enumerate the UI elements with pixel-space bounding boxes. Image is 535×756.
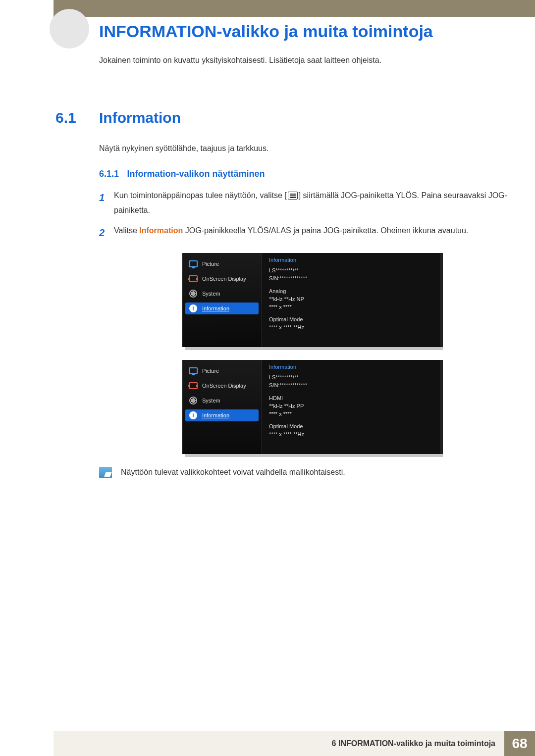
osd-optimal-value: **** x **** **Hz [269, 324, 433, 332]
osd-optimal-label: Optimal Mode [269, 423, 433, 431]
note-icon [99, 467, 112, 478]
step-2: 2 Valitse Information JOG-painikkeella Y… [99, 223, 515, 242]
note-row: Näyttöön tulevat valikkokohteet voivat v… [99, 467, 515, 478]
osd-model: LS********/** [269, 374, 433, 382]
osd-menu: Picture OnScreen Display System i Inform… [182, 253, 262, 347]
step-1-number: 1 [99, 188, 114, 218]
footer-chapter-label: 6 INFORMATION-valikko ja muita toimintoj… [332, 739, 495, 748]
osd-menu-label: OnScreen Display [202, 383, 246, 389]
osd-optimal-label: Optimal Mode [269, 316, 433, 324]
osd-menu-item-information: i Information [185, 302, 259, 314]
osd-source: HDMI [269, 395, 433, 403]
step-2-text-a: Valitse [114, 226, 139, 235]
osd-menu-label: System [202, 291, 220, 297]
gear-icon [188, 397, 198, 404]
osd-menu-item-system: System [185, 288, 259, 300]
header-bar [54, 0, 535, 17]
osd-screenshots: Picture OnScreen Display System i Inform… [182, 253, 515, 454]
menu-icon [288, 192, 298, 200]
step-2-text: Valitse Information JOG-painikkeella YLÖ… [114, 223, 468, 242]
gear-icon [188, 290, 198, 298]
subsection-number: 6.1.1 [99, 169, 119, 179]
osd-menu-label: Picture [202, 368, 219, 374]
step-2-information-word: Information [139, 226, 183, 235]
monitor-icon [188, 260, 198, 268]
page-number: 68 [504, 731, 535, 756]
osd-menu-label: OnScreen Display [202, 276, 246, 282]
monitor-icon [188, 367, 198, 375]
steps-list: 1 Kun toimintonäppäinopas tulee näyttöön… [99, 188, 515, 242]
osd-menu-label: Information [202, 305, 229, 311]
osd-frequency: **kHz **Hz PP [269, 403, 433, 410]
step-1: 1 Kun toimintonäppäinopas tulee näyttöön… [99, 188, 515, 218]
step-1-text: Kun toimintonäppäinopas tulee näyttöön, … [114, 188, 515, 218]
osd-panel-analog: Picture OnScreen Display System i Inform… [182, 253, 440, 347]
info-icon: i [188, 304, 198, 312]
osd-icon [188, 275, 198, 283]
step-2-number: 2 [99, 223, 114, 242]
osd-menu: Picture OnScreen Display System i Inform… [182, 360, 262, 454]
subsection-heading: 6.1.1 Information-valikon näyttäminen [99, 169, 515, 179]
osd-scrollbar [440, 253, 443, 347]
info-icon: i [188, 411, 198, 419]
osd-info-pane: Information LS********/** S/N:**********… [262, 253, 440, 347]
osd-menu-item-system: System [185, 395, 259, 406]
osd-source: Analog [269, 288, 433, 296]
osd-menu-item-picture: Picture [185, 258, 259, 270]
section-title: Information [99, 109, 181, 126]
subsection-title: Information-valikon näyttäminen [127, 169, 265, 179]
osd-menu-label: Picture [202, 261, 219, 267]
osd-pane-title: Information [269, 257, 433, 263]
osd-resolution: **** x **** [269, 410, 433, 418]
osd-menu-label: System [202, 398, 220, 403]
section-number: 6.1 [54, 109, 99, 126]
osd-menu-item-information: i Information [185, 409, 259, 421]
osd-resolution: **** x **** [269, 303, 433, 311]
chapter-title: INFORMATION-valikko ja muita toimintoja [54, 19, 515, 41]
osd-serial: S/N:************* [269, 382, 433, 390]
osd-pane-title: Information [269, 364, 433, 370]
osd-info-pane: Information LS********/** S/N:**********… [262, 360, 440, 454]
osd-frequency: **kHz **Hz NP [269, 296, 433, 303]
osd-serial: S/N:************* [269, 275, 433, 283]
osd-model: LS********/** [269, 267, 433, 275]
step-2-text-b: JOG-painikkeella YLÖS/ALAS ja paina JOG-… [183, 226, 468, 235]
footer: 6 INFORMATION-valikko ja muita toimintoj… [0, 731, 535, 756]
section-description: Näytä nykyinen syöttölähde, taajuus ja t… [99, 144, 515, 153]
osd-info-block: LS********/** S/N:************* Analog *… [269, 267, 433, 332]
note-text: Näyttöön tulevat valikkokohteet voivat v… [121, 468, 345, 477]
section-heading: 6.1 Information [54, 109, 515, 126]
step-1-text-a: Kun toimintonäppäinopas tulee näyttöön, … [114, 191, 287, 200]
osd-scrollbar [440, 360, 443, 454]
osd-info-block: LS********/** S/N:************* HDMI **k… [269, 374, 433, 439]
osd-menu-item-onscreen: OnScreen Display [185, 380, 259, 392]
osd-panel-hdmi: Picture OnScreen Display System i Inform… [182, 360, 440, 454]
osd-menu-item-onscreen: OnScreen Display [185, 273, 259, 285]
osd-optimal-value: **** x **** **Hz [269, 431, 433, 439]
page-content: INFORMATION-valikko ja muita toimintoja … [54, 19, 535, 721]
osd-menu-label: Information [202, 412, 229, 418]
osd-menu-item-picture: Picture [185, 365, 259, 377]
footer-label-wrap: 6 INFORMATION-valikko ja muita toimintoj… [0, 731, 504, 756]
top-left-gutter [0, 0, 54, 17]
chapter-intro: Jokainen toiminto on kuvattu yksityiskoh… [54, 56, 515, 65]
osd-icon [188, 382, 198, 390]
